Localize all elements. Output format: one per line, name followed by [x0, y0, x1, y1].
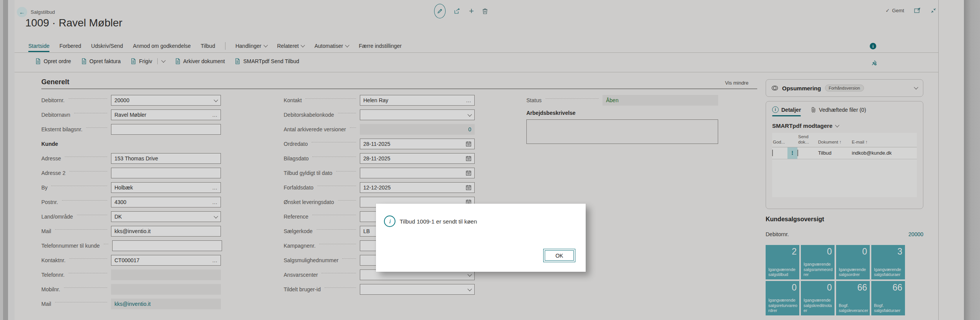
cue-tile-label: Igangværende salgsordrer [839, 267, 869, 278]
field-input[interactable]: CT000017… [111, 255, 221, 266]
checkbox[interactable] [772, 150, 773, 156]
table-row[interactable]: ⋮Tilbudindkob@kunde.dk [772, 147, 917, 159]
document-icon [35, 58, 41, 64]
share-button[interactable] [454, 8, 461, 14]
row-options-button[interactable]: ⋮ [787, 147, 797, 159]
plus-icon: + [469, 8, 474, 14]
ok-button[interactable]: OK [543, 249, 575, 262]
field-input[interactable]: 4300… [111, 197, 221, 207]
recipients-heading[interactable]: SMARTpdf modtagere [772, 122, 917, 129]
dotted-leader [319, 244, 356, 244]
field-input[interactable] [111, 124, 221, 135]
action-smartpdf-send-tilbud[interactable]: SMARTpdf Send Tilbud [235, 58, 299, 64]
back-button[interactable]: ← [17, 7, 27, 17]
info-badge-icon[interactable]: i [870, 43, 876, 49]
cue-tile-igangværende-salgsordrer[interactable]: 0Igangværende salgsordrer [836, 245, 870, 279]
field-label: Adresse [41, 155, 61, 162]
action-frigiv[interactable]: Frigiv [131, 58, 165, 64]
field-input[interactable]: Ravel Møbler… [111, 109, 221, 120]
ellipsis-icon[interactable]: … [212, 199, 217, 205]
cue-tile-igangværende-salgstilbud[interactable]: 2Igangværende salgstilbud [766, 245, 799, 279]
pin-icon[interactable] [871, 60, 877, 66]
menu-relateret[interactable]: Relateret [277, 43, 305, 51]
work-description-textarea[interactable] [526, 119, 718, 144]
field-input[interactable] [360, 284, 475, 295]
field-input[interactable] [360, 109, 475, 120]
field-input[interactable]: 153 Thomas Drive [111, 153, 221, 164]
breadcrumb[interactable]: Salgstilbud [31, 9, 55, 15]
field-input[interactable] [112, 240, 222, 251]
cue-tile-bogf-salgsfakturaer[interactable]: 66Bogf. salgsfakturaer [871, 281, 905, 315]
action-label: Opret ordre [44, 58, 71, 64]
action-opret-ordre[interactable]: Opret ordre [35, 58, 71, 64]
ellipsis-icon[interactable]: … [212, 184, 217, 191]
trash-icon [482, 8, 488, 14]
dotted-leader [312, 157, 356, 157]
chevron-down-icon [161, 58, 165, 62]
fewer-settings-link[interactable]: Færre indstillinger [359, 43, 402, 51]
tab-anmod-om-godkendelse[interactable]: Anmod om godkendelse [133, 43, 191, 51]
customer-number-value[interactable]: 20000 [908, 231, 923, 237]
cue-tile-igangværende-salgsrammeordrer[interactable]: 0Igangværende salgsrammeordrer [801, 245, 835, 279]
action-arkiver-dokument[interactable]: Arkiver dokument [175, 58, 225, 64]
new-record-button[interactable]: + [469, 8, 474, 14]
menu-handlinger[interactable]: Handlinger [235, 43, 267, 51]
field-input[interactable]: 20000 [111, 95, 221, 106]
tab-tilbud[interactable]: Tilbud [201, 43, 215, 51]
delete-button[interactable] [482, 8, 488, 14]
cue-tile-label: Igangværende salgsreturvareordrer [768, 298, 798, 313]
field-input[interactable]: 28-11-2025 [360, 139, 475, 149]
calendar-icon[interactable] [466, 170, 471, 176]
calendar-icon[interactable] [466, 141, 471, 147]
notification-dialog: i Tilbud 1009-1 er sendt til køen OK [376, 204, 586, 272]
field-input[interactable] [360, 168, 475, 178]
copilot-summary-card[interactable]: Opsummering Forhåndsversion [766, 79, 923, 97]
cue-tile-label: Bogf. salgsleverancer [839, 303, 869, 314]
field-input[interactable]: 12-12-2025 [360, 182, 475, 193]
field-antal-arkiverede-versioner: Antal arkiverede versioner0 [284, 124, 475, 135]
calendar-icon[interactable] [466, 185, 471, 190]
document-icon [235, 58, 240, 64]
tab-detaljer[interactable]: i Detaljer [772, 106, 801, 116]
field-land-område: Land/områdeDK [41, 211, 221, 222]
field-debitornavn: DebitornavnRavel Møbler… [41, 109, 221, 121]
ellipsis-icon[interactable]: … [466, 97, 471, 103]
field-label: Adresse 2 [41, 170, 65, 176]
field-label: Debitorskabelonkode [284, 112, 334, 118]
menu-automatiser[interactable]: Automatiser [314, 43, 349, 51]
dialog-message: Tilbud 1009-1 er sendt til køen [400, 218, 477, 225]
column-header[interactable]: Send dok... [797, 133, 817, 147]
field-input[interactable]: DK [111, 211, 221, 222]
factbox-pane: Opsummering Forhåndsversion i Detaljer V… [766, 79, 923, 315]
checkbox[interactable] [797, 150, 798, 156]
column-header[interactable]: Dokument ↑ [817, 138, 851, 147]
tab-vedhaeftede-filer[interactable]: Vedhæftede filer (0) [811, 107, 866, 116]
action-opret-faktura[interactable]: Opret faktura [81, 58, 121, 64]
tab-startside[interactable]: Startside [28, 43, 49, 51]
tab-forbered[interactable]: Forbered [59, 43, 81, 51]
cue-tile-igangværende-salgsreturvareordrer[interactable]: 0Igangværende salgsreturvareordrer [766, 281, 799, 315]
column-header[interactable]: E-mail ↑ [851, 138, 917, 147]
field-input[interactable]: kks@inventio.it [111, 226, 221, 237]
edit-mode-button[interactable] [434, 4, 446, 18]
show-less-link[interactable]: Vis mindre [725, 80, 748, 86]
cue-tile-igangværende-salgskreditnotaer[interactable]: 0Igangværende salgskreditnotaer [801, 281, 835, 315]
section-underline [41, 88, 757, 89]
cue-tile-bogf-salgsleverancer[interactable]: 66Bogf. salgsleverancer [836, 281, 870, 315]
calendar-icon[interactable] [466, 156, 471, 161]
ellipsis-icon[interactable]: … [212, 112, 217, 118]
field-input[interactable]: Helen Ray… [360, 95, 475, 106]
ellipsis-icon[interactable]: … [212, 257, 217, 263]
section-title[interactable]: Generelt [41, 78, 69, 86]
column-header[interactable]: God... [772, 138, 787, 147]
cue-tile-igangværende-salgsfakturaer[interactable]: 3Igangværende salgsfakturaer [871, 245, 905, 279]
open-in-new-window-icon[interactable] [914, 8, 921, 13]
recipients-title: SMARTpdf modtagere [772, 122, 833, 129]
field-mobilnr: Mobilnr. [41, 284, 221, 295]
field-input[interactable]: 28-11-2025 [360, 153, 475, 164]
field-input[interactable]: Holbæk… [111, 182, 221, 193]
collapse-icon[interactable] [931, 8, 936, 13]
field-input[interactable] [111, 168, 221, 178]
field-value: Holbæk [114, 184, 210, 191]
tab-udskriv-send[interactable]: Udskriv/Send [91, 43, 123, 51]
